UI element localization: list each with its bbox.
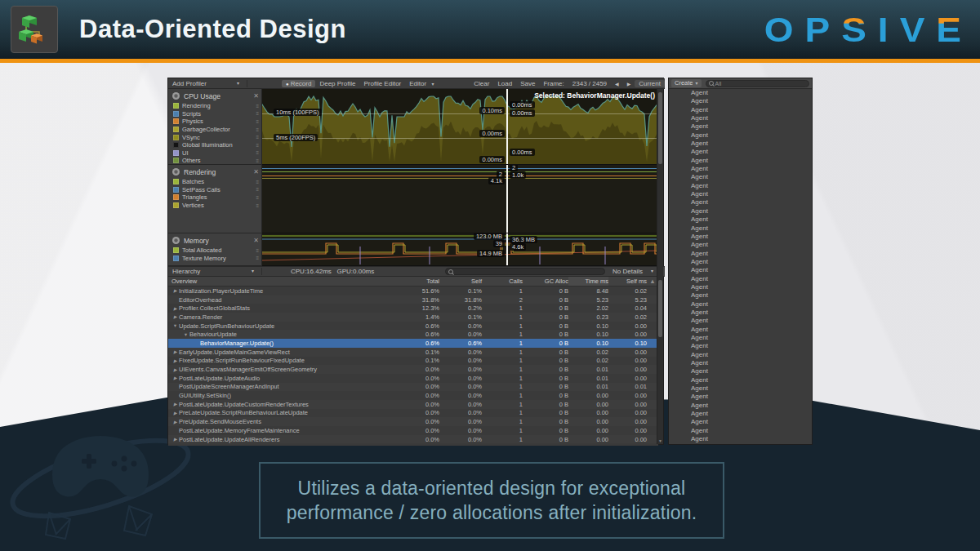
- hierarchy-item-agent[interactable]: Agent: [669, 376, 812, 384]
- hierarchy-item-agent[interactable]: Agent: [669, 427, 812, 435]
- hierarchy-item-agent[interactable]: Agent: [669, 165, 812, 173]
- legend-item[interactable]: Others≡: [168, 157, 261, 165]
- expand-arrow-icon[interactable]: ▶: [172, 437, 179, 442]
- expand-arrow-icon[interactable]: ▶: [172, 314, 179, 319]
- hierarchy-item-agent[interactable]: Agent: [669, 351, 812, 359]
- hierarchy-item-agent[interactable]: Agent: [669, 275, 812, 283]
- legend-item[interactable]: Batches≡: [168, 178, 261, 186]
- hierarchy-item-agent[interactable]: Agent: [669, 300, 812, 309]
- hierarchy-item-agent[interactable]: Agent: [669, 233, 812, 241]
- table-row[interactable]: ▶PostLateUpdate.UpdateAllRenderers0.0%0.…: [168, 435, 658, 444]
- legend-item[interactable]: Rendering≡: [168, 102, 261, 110]
- hierarchy-item-agent[interactable]: Agent: [669, 309, 812, 317]
- hierarchy-item-agent[interactable]: Agent: [669, 173, 812, 181]
- hierarchy-item-agent[interactable]: Agent: [669, 198, 812, 207]
- table-row[interactable]: ▶Initialization.PlayerUpdateTime51.6%0.1…: [168, 287, 658, 295]
- hierarchy-item-agent[interactable]: Agent: [669, 393, 812, 401]
- hierarchy-item-agent[interactable]: Agent: [669, 384, 812, 393]
- table-row[interactable]: ▶Profiler.CollectGlobalStats12.3%0.2%10 …: [168, 304, 658, 313]
- load-button[interactable]: Load: [493, 80, 516, 87]
- profiler-scrollbar[interactable]: ▼: [657, 89, 663, 444]
- table-row[interactable]: ▶UIEvents.CanvasManagerEmitOffScreenGeom…: [168, 365, 658, 374]
- expand-arrow-icon[interactable]: ▶: [172, 375, 179, 380]
- hierarchy-item-agent[interactable]: Agent: [669, 207, 812, 216]
- col-time-ms[interactable]: Time ms: [568, 277, 608, 286]
- hierarchy-item-agent[interactable]: Agent: [669, 190, 812, 198]
- table-search-input[interactable]: [445, 268, 605, 275]
- current-frame-button[interactable]: Current: [635, 80, 665, 87]
- legend-item[interactable]: SetPass Calls≡: [168, 186, 261, 194]
- legend-item[interactable]: Triangles≡: [168, 193, 261, 202]
- table-row[interactable]: PostLateUpdate.MemoryFrameMaintenance0.0…: [168, 426, 658, 435]
- col-calls[interactable]: Calls: [482, 278, 523, 285]
- hierarchy-item-agent[interactable]: Agent: [669, 342, 812, 350]
- playhead-line[interactable]: [506, 233, 508, 265]
- hierarchy-item-agent[interactable]: Agent: [669, 224, 812, 233]
- drag-handle-icon[interactable]: ≡: [256, 187, 259, 192]
- table-row[interactable]: BehaviorManager.Update()0.6%0.6%10 B0.10…: [168, 339, 658, 348]
- expand-arrow-icon[interactable]: ▶: [172, 358, 179, 363]
- table-row[interactable]: GUIUtility.SetSkin()0.0%0.0%10 B0.000.00: [168, 391, 658, 400]
- hierarchy-item-agent[interactable]: Agent: [669, 157, 812, 165]
- expand-arrow-icon[interactable]: ▶: [172, 411, 179, 415]
- deep-profile-button[interactable]: Deep Profile: [315, 80, 359, 87]
- col-total[interactable]: Total: [397, 278, 439, 285]
- hierarchy-item-agent[interactable]: Agent: [669, 258, 812, 266]
- legend-item[interactable]: GarbageCollector≡: [168, 126, 261, 134]
- save-button[interactable]: Save: [516, 80, 539, 87]
- table-row[interactable]: ▶PreLateUpdate.ScriptRunBehaviourLateUpd…: [168, 409, 658, 418]
- hierarchy-item-agent[interactable]: Agent: [669, 410, 812, 418]
- legend-item[interactable]: UI≡: [168, 149, 261, 158]
- hierarchy-item-agent[interactable]: Agent: [669, 241, 812, 249]
- col-overview[interactable]: Overview: [168, 278, 397, 285]
- legend-item[interactable]: VSync≡: [168, 133, 261, 141]
- table-row[interactable]: ▼BehaviourUpdate0.6%0.0%10 B0.100.00: [168, 330, 658, 339]
- hierarchy-item-agent[interactable]: Agent: [669, 317, 812, 325]
- drag-handle-icon[interactable]: ≡: [256, 248, 259, 253]
- hierarchy-item-agent[interactable]: Agent: [669, 418, 812, 426]
- profile-editor-button[interactable]: Profile Editor: [359, 80, 405, 87]
- expand-arrow-icon[interactable]: ▶: [172, 420, 179, 424]
- drag-handle-icon[interactable]: ≡: [256, 127, 259, 132]
- legend-item[interactable]: Physics≡: [168, 118, 261, 126]
- drag-handle-icon[interactable]: ≡: [256, 256, 259, 260]
- table-row[interactable]: PostUpdateScreenManagerAndInput0.0%0.0%1…: [168, 383, 658, 392]
- drag-handle-icon[interactable]: ≡: [256, 135, 259, 140]
- hierarchy-mode-dropdown[interactable]: Hierarchy ▾: [168, 268, 262, 275]
- scroll-down-arrow-icon[interactable]: ▼: [657, 438, 663, 443]
- expand-arrow-icon[interactable]: ▼: [182, 332, 189, 337]
- hierarchy-item-agent[interactable]: Agent: [669, 334, 812, 342]
- drag-handle-icon[interactable]: ≡: [256, 203, 259, 208]
- hierarchy-item-agent[interactable]: Agent: [669, 131, 812, 140]
- next-frame-button[interactable]: ▶: [623, 81, 635, 87]
- hierarchy-item-agent[interactable]: Agent: [669, 283, 812, 291]
- hierarchy-search-input[interactable]: All: [706, 80, 809, 87]
- close-icon[interactable]: ✕: [253, 237, 259, 244]
- legend-item[interactable]: Texture Memory≡: [168, 255, 261, 263]
- legend-item[interactable]: Total Allocated≡: [168, 247, 261, 255]
- editor-dropdown[interactable]: Editor ▾: [405, 80, 441, 87]
- hierarchy-item-agent[interactable]: Agent: [669, 435, 812, 443]
- drag-handle-icon[interactable]: ≡: [256, 180, 259, 184]
- col-self-ms[interactable]: Self ms: [608, 278, 647, 285]
- scrollbar-thumb[interactable]: [658, 92, 662, 164]
- hierarchy-item-agent[interactable]: Agent: [669, 216, 812, 224]
- drag-handle-icon[interactable]: ≡: [256, 195, 259, 200]
- table-row[interactable]: ▼Update.ScriptRunBehaviourUpdate0.6%0.0%…: [168, 322, 658, 331]
- col-gc-alloc[interactable]: GC Alloc: [523, 278, 568, 285]
- hierarchy-item-agent[interactable]: Agent: [669, 266, 812, 274]
- hierarchy-item-agent[interactable]: Agent: [669, 359, 812, 367]
- expand-arrow-icon[interactable]: ▶: [172, 306, 179, 311]
- clear-button[interactable]: Clear: [470, 80, 493, 87]
- drag-handle-icon[interactable]: ≡: [256, 119, 259, 124]
- memory-chart[interactable]: 123.0 MB 39 14.9 MB 36.3 MB 4.6k: [262, 233, 658, 266]
- hierarchy-item-agent[interactable]: Agent: [669, 250, 812, 258]
- legend-item[interactable]: Global Illumination≡: [168, 141, 261, 149]
- table-row[interactable]: ▶PostLateUpdate.UpdateAudio0.0%0.0%10 B0…: [168, 374, 658, 383]
- cpu-chart[interactable]: 10ms (100FPS) 5ms (200FPS) Selected: Beh…: [262, 89, 658, 165]
- legend-item[interactable]: Scripts≡: [168, 110, 261, 118]
- table-row[interactable]: ▶Camera.Render1.4%0.1%10 B0.230.02: [168, 313, 658, 322]
- expand-arrow-icon[interactable]: ▶: [172, 402, 179, 407]
- playhead-line[interactable]: [506, 165, 508, 233]
- hierarchy-item-agent[interactable]: Agent: [669, 106, 812, 114]
